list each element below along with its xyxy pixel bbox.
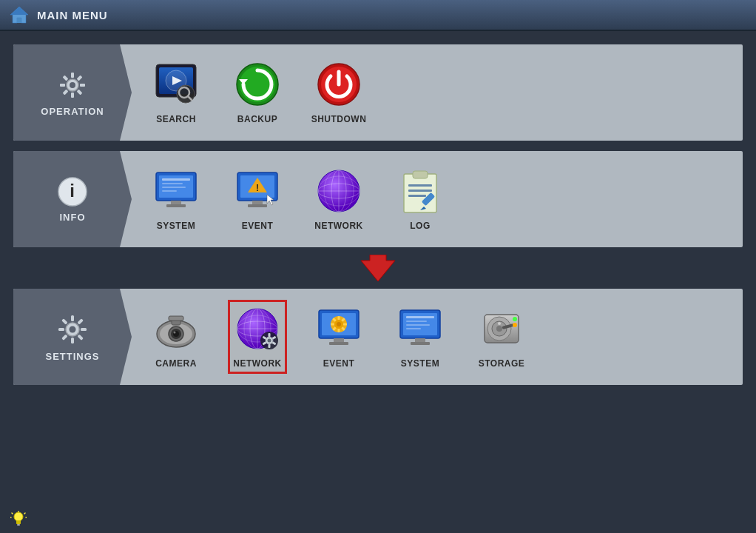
network-settings-label: NETWORK (233, 358, 282, 369)
svg-rect-50 (413, 171, 428, 178)
svg-marker-56 (361, 255, 395, 281)
header-title: MAIN MENU (37, 9, 108, 21)
system-settings-icon (397, 306, 443, 352)
svg-rect-66 (61, 318, 67, 324)
info-section-label: INFO (59, 212, 85, 223)
arrow-indicator (13, 255, 743, 281)
svg-rect-33 (162, 187, 186, 188)
info-items: SYSTEM ! (132, 151, 743, 247)
event-settings-button[interactable]: EVENT (309, 305, 368, 369)
svg-rect-104 (331, 324, 334, 326)
svg-line-126 (12, 513, 13, 514)
svg-rect-94 (329, 342, 348, 345)
svg-rect-30 (166, 204, 186, 207)
system-info-button[interactable]: SYSTEM (146, 167, 206, 231)
svg-rect-102 (338, 329, 340, 332)
log-label: LOG (410, 221, 431, 231)
lightbulb-icon (10, 511, 27, 527)
svg-rect-8 (77, 89, 83, 95)
svg-rect-53 (408, 195, 426, 197)
svg-point-58 (70, 326, 76, 332)
event-settings-icon-container (315, 305, 362, 352)
network-settings-icon (234, 306, 280, 352)
network-info-button[interactable]: NETWORK (309, 167, 368, 231)
svg-point-121 (513, 323, 517, 327)
event-info-label: EVENT (242, 221, 274, 231)
settings-items: CAMERA (132, 289, 743, 385)
svg-rect-98 (338, 316, 340, 320)
event-settings-label: EVENT (323, 358, 355, 369)
shutdown-icon (316, 61, 362, 107)
network-settings-icon-container (234, 305, 281, 352)
svg-rect-7 (80, 84, 85, 87)
shutdown-label: SHUTDOWN (311, 114, 367, 124)
backup-icon (234, 61, 280, 107)
svg-rect-62 (77, 334, 83, 340)
operation-section: OPERATION (13, 44, 743, 141)
network-settings-button[interactable]: NETWORK (228, 300, 287, 374)
storage-icon-container (478, 305, 525, 352)
svg-rect-34 (162, 190, 177, 192)
svg-rect-85 (269, 333, 271, 337)
svg-rect-1 (17, 18, 21, 23)
system-settings-button[interactable]: SYSTEM (391, 305, 450, 369)
svg-point-72 (174, 332, 176, 334)
settings-section: SETTINGS (13, 289, 743, 385)
camera-icon-container (152, 305, 200, 352)
search-icon-container (152, 61, 200, 108)
svg-marker-2 (10, 7, 28, 15)
camera-button[interactable]: CAMERA (146, 305, 206, 369)
info-label: i INFO (13, 151, 132, 247)
down-arrow-icon (360, 255, 396, 281)
settings-label: SETTINGS (13, 289, 132, 385)
svg-point-4 (70, 82, 75, 88)
svg-rect-65 (58, 328, 64, 331)
svg-rect-63 (71, 338, 74, 343)
settings-icon (55, 312, 90, 346)
backup-icon-container (234, 61, 281, 108)
shutdown-button[interactable]: SHUTDOWN (309, 61, 368, 124)
storage-button[interactable]: STORAGE (472, 305, 531, 369)
gear-icon (56, 69, 89, 101)
system-settings-icon-container (396, 305, 444, 352)
log-button[interactable]: LOG (391, 167, 450, 231)
svg-point-117 (496, 326, 502, 332)
operation-label: OPERATION (13, 44, 132, 141)
svg-rect-6 (77, 75, 83, 81)
search-icon (153, 61, 199, 107)
svg-rect-38 (248, 204, 267, 207)
svg-rect-74 (169, 316, 183, 321)
svg-rect-12 (63, 75, 69, 81)
backup-button[interactable]: BACKUP (228, 61, 287, 124)
svg-text:i: i (70, 181, 75, 201)
main-content: OPERATION (0, 31, 756, 392)
backup-label: BACKUP (237, 114, 277, 124)
footer-bar (10, 511, 27, 527)
svg-rect-60 (77, 318, 83, 324)
home-icon (9, 4, 30, 25)
svg-rect-109 (411, 342, 430, 345)
camera-icon (152, 306, 200, 352)
event-info-button[interactable]: ! EVENT (228, 167, 287, 231)
svg-rect-113 (406, 328, 421, 329)
storage-icon (479, 306, 524, 352)
svg-rect-11 (60, 84, 65, 87)
svg-rect-61 (81, 328, 87, 331)
operation-items: SEARCH BACKUP (132, 44, 743, 141)
svg-rect-110 (406, 316, 434, 318)
svg-point-118 (498, 322, 501, 325)
info-section: i INFO (13, 151, 743, 247)
svg-rect-32 (162, 183, 183, 184)
svg-rect-9 (71, 93, 74, 98)
event-settings-icon (316, 306, 362, 352)
search-button[interactable]: SEARCH (146, 61, 206, 124)
network-info-icon-container (315, 167, 362, 215)
storage-label: STORAGE (479, 358, 525, 369)
camera-label: CAMERA (155, 358, 197, 369)
event-info-icon-container: ! (234, 167, 281, 215)
svg-rect-51 (408, 184, 432, 187)
svg-point-120 (513, 317, 517, 321)
svg-point-122 (14, 512, 23, 521)
svg-rect-100 (343, 324, 347, 326)
search-label: SEARCH (156, 114, 196, 124)
